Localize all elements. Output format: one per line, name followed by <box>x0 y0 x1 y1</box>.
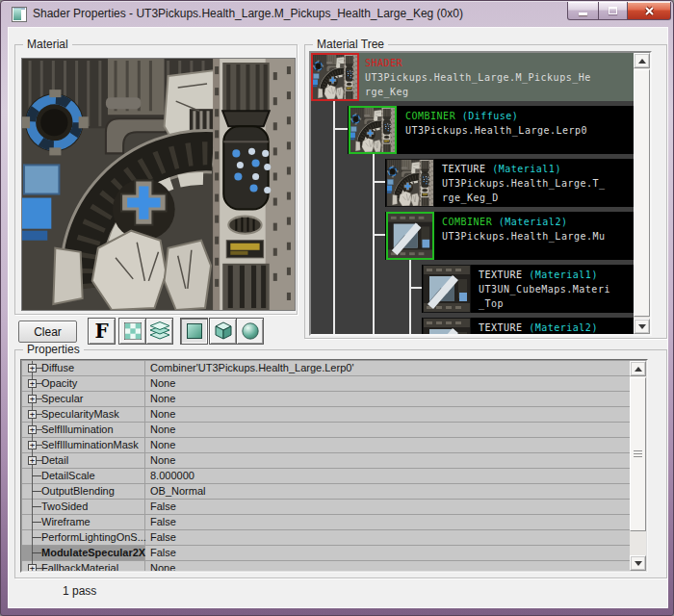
property-value-cell[interactable]: None <box>146 439 630 453</box>
property-value: False <box>150 531 176 543</box>
property-row-fallbackmaterial[interactable]: +FallbackMaterialNone <box>22 561 630 571</box>
property-value-cell[interactable]: None <box>146 424 630 438</box>
tree-node-combiner[interactable]: COMBINER (Material2)UT3Pickups.Health_La… <box>385 212 634 260</box>
property-value-cell[interactable]: False <box>146 516 630 530</box>
property-label-cell: +FallbackMaterial <box>22 561 145 571</box>
property-row-opacity[interactable]: +OpacityNone <box>22 376 630 392</box>
tree-dash <box>32 522 41 523</box>
property-value-cell[interactable]: None <box>146 408 630 423</box>
property-value: None <box>150 439 175 450</box>
property-row-outputblending[interactable]: OutputBlendingOB_Normal <box>22 484 630 500</box>
close-button[interactable] <box>628 2 671 20</box>
property-row-selfilluminationmask[interactable]: +SelfIlluminationMaskNone <box>22 438 630 453</box>
expand-icon[interactable]: + <box>28 564 37 571</box>
property-row-diffuse[interactable]: +DiffuseCombiner'UT3Pickups.Health_Large… <box>22 361 630 376</box>
property-name: SelfIllumination <box>41 424 114 435</box>
property-value-cell[interactable]: None <box>146 562 630 571</box>
expand-icon[interactable]: + <box>28 410 37 419</box>
property-value: None <box>150 562 175 571</box>
property-row-specularitymask[interactable]: +SpecularityMaskNone <box>22 407 630 423</box>
scrollbar-thumb[interactable] <box>630 377 646 531</box>
scroll-up-button[interactable] <box>630 361 646 376</box>
scrollbar-thumb[interactable] <box>634 69 650 317</box>
tree-scrollbar[interactable] <box>634 53 650 334</box>
tree-dash <box>32 537 41 538</box>
node-thumbnail[interactable] <box>423 265 471 313</box>
layers-button[interactable] <box>145 318 173 345</box>
scroll-down-button[interactable] <box>630 555 646 571</box>
plane-preview-button[interactable] <box>180 318 208 345</box>
font-mode-button[interactable]: F <box>88 318 116 345</box>
expand-icon[interactable]: + <box>28 364 37 372</box>
property-value-cell[interactable]: None <box>146 454 630 469</box>
node-label: TEXTURE (Material1)UT3Pickups.Health_Lar… <box>442 162 606 205</box>
node-thumbnail[interactable] <box>386 212 434 260</box>
property-row-performlightingons[interactable]: PerformLightingOnS...False <box>22 530 630 546</box>
sphere-preview-button[interactable] <box>236 318 264 345</box>
expand-icon[interactable]: + <box>28 395 37 403</box>
property-name: OutputBlending <box>41 485 115 497</box>
node-thumbnail[interactable] <box>386 159 434 207</box>
node-thumbnail[interactable] <box>311 53 359 101</box>
property-value: None <box>150 377 175 389</box>
clear-button[interactable]: Clear <box>18 321 77 343</box>
property-row-detailscale[interactable]: DetailScale8.000000 <box>22 469 630 484</box>
node-label: TEXTURE (Material2)UT3UN_CubeMaps.Materi <box>479 321 610 334</box>
tree-node-texture[interactable]: TEXTURE (Material1)UT3Pickups.Health_Lar… <box>385 159 634 207</box>
scroll-down-button[interactable] <box>634 319 650 334</box>
property-row-detail[interactable]: +DetailNone <box>22 453 630 469</box>
property-row-twosided[interactable]: TwoSidedFalse <box>22 500 630 515</box>
property-value-cell[interactable]: False <box>146 500 630 515</box>
property-value-cell[interactable]: False <box>146 531 630 546</box>
checker-background-button[interactable] <box>118 318 146 345</box>
property-name: DetailScale <box>41 470 95 481</box>
property-value: None <box>150 424 175 435</box>
close-icon <box>644 6 655 16</box>
property-label-cell: +Specular <box>22 392 145 406</box>
properties-rows[interactable]: +DiffuseCombiner'UT3Pickups.Health_Large… <box>22 361 630 571</box>
arrow-up-icon <box>638 59 646 64</box>
node-thumbnail[interactable] <box>423 318 471 334</box>
property-row-wireframe[interactable]: WireframeFalse <box>22 515 630 530</box>
property-label-cell: ModulateSpecular2X <box>22 546 145 560</box>
properties-scrollbar[interactable] <box>630 361 646 571</box>
scroll-up-button[interactable] <box>634 53 650 68</box>
property-label-cell: +SpecularityMask <box>22 407 145 422</box>
property-label-cell: +SelfIllumination <box>22 423 145 437</box>
property-value-cell[interactable]: None <box>146 377 630 392</box>
material-texture-image <box>22 59 295 310</box>
node-label: SHADERUT3Pickups.Health_Large.M_Pickups_… <box>365 56 591 99</box>
material-tree-view[interactable]: SHADERUT3Pickups.Health_Large.M_Pickups_… <box>311 53 650 334</box>
tree-node-texture[interactable]: TEXTURE (Material1)UT3UN_CubeMaps.Materi… <box>422 265 634 313</box>
tree-connector-line <box>409 287 423 289</box>
tree-node-texture[interactable]: TEXTURE (Material2)UT3UN_CubeMaps.Materi <box>422 318 634 334</box>
expand-icon[interactable]: + <box>28 441 37 449</box>
property-label-cell: DetailScale <box>22 469 145 483</box>
property-value-cell[interactable]: OB_Normal <box>146 485 630 500</box>
property-value-cell[interactable]: False <box>146 547 630 561</box>
minimize-button[interactable] <box>567 2 599 20</box>
property-row-modulatespecular2x[interactable]: ModulateSpecular2XFalse <box>22 546 630 561</box>
property-row-selfillumination[interactable]: +SelfIlluminationNone <box>22 423 630 438</box>
arrow-down-icon <box>635 561 642 566</box>
property-value-cell[interactable]: Combiner'UT3Pickups.Health_Large.Lerp0' <box>146 362 630 376</box>
expand-icon[interactable]: + <box>28 456 37 465</box>
property-row-specular[interactable]: +SpecularNone <box>22 392 630 407</box>
property-name: Diffuse <box>41 362 74 373</box>
tree-node-combiner[interactable]: COMBINER (Diffuse)UT3Pickups.Health_Larg… <box>348 106 634 154</box>
maximize-button[interactable] <box>599 2 628 20</box>
cube-preview-button[interactable] <box>209 318 237 345</box>
expand-icon[interactable]: + <box>28 379 37 388</box>
property-value-cell[interactable]: 8.000000 <box>146 470 630 484</box>
tree-dash <box>32 506 41 507</box>
expand-icon[interactable]: + <box>28 425 37 434</box>
property-value-cell[interactable]: None <box>146 393 630 407</box>
tree-node-shader[interactable]: SHADERUT3Pickups.Health_Large.M_Pickups_… <box>311 53 634 101</box>
node-label: COMBINER (Material2)UT3Pickups.Health_La… <box>442 215 606 244</box>
titlebar[interactable]: Shader Properties - UT3Pickups.Health_La… <box>1 1 673 28</box>
window-controls <box>567 2 671 20</box>
node-thumbnail[interactable] <box>349 106 397 154</box>
checkerboard-icon <box>124 322 142 340</box>
tree-dash <box>32 475 41 476</box>
node-label: COMBINER (Diffuse)UT3Pickups.Health_Larg… <box>405 109 587 138</box>
